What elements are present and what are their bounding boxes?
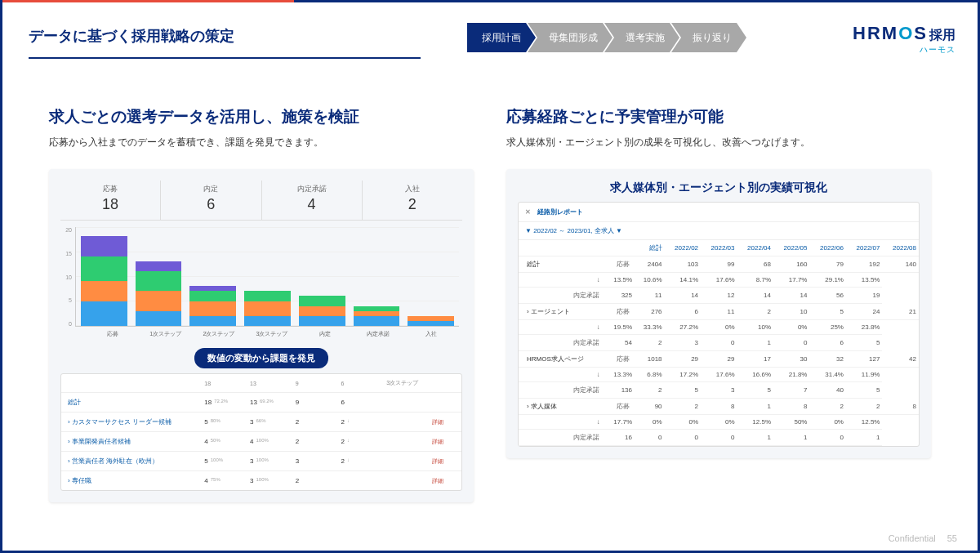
page-number: 55 (947, 533, 957, 543)
chart-callout: 数値の変動から課題を発見 (194, 348, 328, 368)
report-title: 経路別レポート (537, 207, 583, 216)
footer: Confidential 55 (889, 533, 957, 543)
kpi: 内定6 (161, 181, 261, 220)
bar (189, 286, 236, 326)
bar (354, 306, 400, 326)
report-table: 総計2022/022022/032022/042022/052022/06202… (519, 240, 919, 446)
report-card: ✕ 経路別レポート ▼ 2022/02 ～ 2023/01, 全求人 ▼ 総計2… (518, 202, 920, 447)
table-row: › 専任職 475% 3100% 2 詳細 (61, 471, 461, 490)
bar (299, 296, 345, 326)
report-filter[interactable]: ▼ 2022/02 ～ 2023/01, 全求人 ▼ (519, 222, 919, 240)
page-title: データに基づく採用戦略の策定 (29, 26, 234, 46)
left-panel: 応募18内定6内定承諾4入社2 20151050 応募1次ステップ2次ステップ3… (49, 169, 474, 502)
bar (136, 261, 182, 326)
stage-2[interactable]: 選考実施 (604, 23, 679, 52)
breakdown-table: 1813963次ステップ総計 1872.2% 1369.2% 9 6 › カスタ… (60, 373, 462, 491)
right-panel-title: 求人媒体別・エージェント別の実績可視化 (518, 181, 920, 195)
right-column: 応募経路ごとに予実管理が可能 求人媒体別・エージェント別の成果を可視化し、改善へ… (506, 106, 931, 502)
kpi: 応募18 (60, 181, 161, 220)
kpi: 内定承諾4 (262, 181, 363, 220)
stage-3[interactable]: 振り返り (671, 23, 746, 52)
right-subtitle: 求人媒体別・エージェント別の成果を可視化し、改善へつなげます。 (506, 136, 931, 149)
table-row: › 営業責任者 海外駐在（欧州） 5100% 3100% 3 2↓ 詳細 (61, 452, 461, 471)
kpi: 入社2 (363, 181, 462, 220)
left-title: 求人ごとの選考データを活用し、施策を検証 (49, 106, 474, 127)
stage-0[interactable]: 採用計画 (467, 23, 536, 52)
bar (244, 291, 291, 326)
table-row: › 事業開発責任者候補 450% 4100% 2 2↓ 詳細 (61, 432, 461, 452)
left-subtitle: 応募から入社までのデータを蓄積でき、課題を発見できます。 (49, 136, 474, 149)
confidential-label: Confidential (889, 533, 936, 543)
funnel-chart: 20151050 応募1次ステップ2次ステップ3次ステップ内定内定承諾入社 (60, 221, 462, 343)
close-icon[interactable]: ✕ (525, 208, 531, 216)
process-stages: 採用計画母集団形成選考実施振り返り (467, 23, 738, 52)
logo: HRMOS採用 ハーモス (853, 23, 956, 56)
bar (408, 316, 454, 326)
table-row: 総計 1872.2% 1369.2% 9 6 (61, 393, 461, 413)
bar (81, 236, 127, 326)
stage-1[interactable]: 母集団形成 (528, 23, 612, 52)
kpi-row: 応募18内定6内定承諾4入社2 (60, 181, 462, 221)
right-title: 応募経路ごとに予実管理が可能 (506, 106, 931, 127)
left-column: 求人ごとの選考データを活用し、施策を検証 応募から入社までのデータを蓄積でき、課… (49, 106, 474, 502)
table-row: › カスタマーサクセス リーダー候補 580% 366% 2 2↓ 詳細 (61, 413, 461, 432)
report-header: ✕ 経路別レポート (519, 203, 919, 222)
right-panel: 求人媒体別・エージェント別の実績可視化 ✕ 経路別レポート ▼ 2022/02 … (506, 169, 931, 458)
title-underline (29, 57, 421, 59)
